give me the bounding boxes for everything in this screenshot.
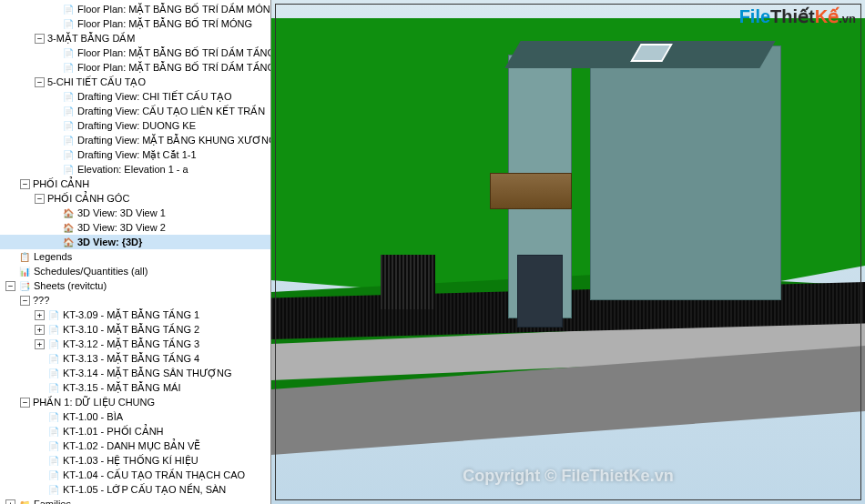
collapse-icon[interactable]: − [35,77,45,87]
tree-node-icon: 📄 [47,323,60,336]
tree-node-icon: 📄 [47,352,60,365]
tree-node-icon: 📁 [18,498,31,504]
sheet-item[interactable]: 📄KT-1.05 - LỚP CẤU TẠO NỀN, SÀN [0,482,270,497]
tree-node-label: 3-MẶT BẰNG DẦM [47,33,136,45]
sheet-item[interactable]: 📄KT-1.00 - BÌA [0,409,270,424]
collapse-icon[interactable]: − [35,194,45,204]
sheet-item[interactable]: 📄KT-3.15 - MẶT BẰNG MÁI [0,380,270,395]
expand-icon[interactable]: + [35,339,45,349]
expand-icon[interactable]: + [35,325,45,335]
sheets-node[interactable]: −📑Sheets (revitctu) [0,278,270,293]
tree-node-label: Drafting View: Mặt Cắt 1-1 [77,149,197,161]
expander-spacer [49,121,59,131]
group-chi-tiet[interactable]: −5-CHI TIẾT CẤU TẠO [0,75,270,89]
drafting-view-item[interactable]: 📄Drafting View: CẤU TẠO LIÊN KẾT TRẦN [0,104,270,118]
tree-node-icon: 📄 [62,163,75,176]
tree-node-icon: 📊 [18,265,31,277]
elevation-item[interactable]: 📄Elevation: Elevation 1 - a [0,162,270,176]
3d-view-active[interactable]: 🏠3D View: {3D} [0,235,270,249]
collapse-icon[interactable]: − [20,296,30,306]
expand-icon[interactable]: + [35,310,45,320]
tree-node-icon: 📄 [47,425,60,438]
tree-node-icon: 📄 [62,17,75,30]
tree-node-icon: 🏠 [62,221,75,234]
collapse-icon[interactable]: − [20,398,30,408]
expander-spacer [49,19,59,29]
tree-node-icon: 📄 [47,367,60,379]
sheet-item[interactable]: +📄KT-3.12 - MẶT BẰNG TẦNG 3 [0,337,270,351]
project-browser[interactable]: 📄Floor Plan: MẶT BẰNG BỐ TRÍ DẦM MÓNG📄Fl… [0,0,271,504]
floor-plan-item[interactable]: 📄Floor Plan: MẶT BẰNG BỐ TRÍ DẦM TẦNG 1 [0,45,270,60]
collapse-icon[interactable]: − [20,179,30,189]
expander-spacer [49,106,59,116]
families-node[interactable]: +📁Families [0,497,270,504]
3d-viewport[interactable]: Copyright © FileThietKe.vn FileThiếtKế.v… [271,0,865,504]
drafting-view-item[interactable]: 📄Drafting View: CHI TIẾT CẤU TẠO [0,89,270,104]
sheet-item[interactable]: 📄KT-3.13 - MẶT BẰNG TẦNG 4 [0,351,270,366]
tree-node-label: ??? [33,295,49,306]
tree-node-icon: 📄 [62,134,75,146]
group-unknown[interactable]: −??? [0,293,270,307]
sheet-item[interactable]: +📄KT-3.09 - MẶT BẰNG TẦNG 1 [0,307,270,322]
floor-plan-item[interactable]: 📄Floor Plan: MẶT BẰNG BỐ TRÍ DẦM MÓNG [0,2,270,16]
tree-node-icon: 📄 [62,61,75,74]
floor-plan-item[interactable]: 📄Floor Plan: MẶT BẰNG BỐ TRÍ MÓNG [0,16,270,31]
expander-spacer [49,48,59,58]
expand-icon[interactable]: + [5,499,15,505]
3d-view-item[interactable]: 🏠3D View: 3D View 2 [0,220,270,235]
tree-node-label: PHẦN 1: DỮ LIỆU CHUNG [33,397,155,408]
sheet-item[interactable]: 📄KT-1.02 - DANH MỤC BẢN VẼ [0,438,270,453]
floor-plan-item[interactable]: 📄Floor Plan: MẶT BẰNG BỐ TRÍ DẦM TẦNG 2 [0,60,270,75]
balcony [490,173,572,209]
drafting-view-item[interactable]: 📄Drafting View: Mặt Cắt 1-1 [0,147,270,162]
sheet-item[interactable]: 📄KT-3.14 - MẶT BẰNG SÂN THƯỢNG [0,366,270,380]
tree-node-label: Legends [34,251,72,262]
tree-node-label: Floor Plan: MẶT BẰNG BỐ TRÍ DẦM MÓNG [77,4,271,15]
tree-node-label: KT-1.04 - CẤU TẠO TRẦN THẠCH CAO [63,469,245,481]
tree-node-icon: 📄 [62,148,75,161]
tree-node-icon: 📄 [47,439,60,452]
expander-spacer [49,63,59,73]
group-phoi-canh-goc[interactable]: −PHỐI CẢNH GÓC [0,191,270,206]
drafting-view-item[interactable]: 📄Drafting View: DUONG KE [0,118,270,133]
group-phoi-canh[interactable]: −PHỐI CẢNH [0,176,270,191]
tree-node-label: Drafting View: MẶT BẰNG KHUNG XƯƠNG [77,135,271,146]
tree-root: 📄Floor Plan: MẶT BẰNG BỐ TRÍ DẦM MÓNG📄Fl… [0,0,270,504]
expander-spacer [49,92,59,102]
drafting-view-item[interactable]: 📄Drafting View: MẶT BẰNG KHUNG XƯƠNG [0,133,270,147]
tree-node-label: Floor Plan: MẶT BẰNG BỐ TRÍ DẦM TẦNG 1 [77,47,271,59]
tree-node-label: Drafting View: DUONG KE [77,120,196,131]
sheet-item[interactable]: 📄KT-1.04 - CẤU TẠO TRẦN THẠCH CAO [0,468,270,482]
expander-spacer [49,237,59,247]
schedules-node[interactable]: 📊Schedules/Quantities (all) [0,264,270,278]
sheet-item[interactable]: 📄KT-1.01 - PHỐI CẢNH [0,424,270,438]
tree-node-label: Drafting View: CẤU TẠO LIÊN KẾT TRẦN [77,106,265,117]
3d-view-item[interactable]: 🏠3D View: 3D View 1 [0,206,270,220]
tree-node-icon: 📄 [62,105,75,117]
collapse-icon[interactable]: − [5,281,15,291]
tree-node-icon: 📄 [47,381,60,394]
building-model [435,36,781,328]
gate [381,255,435,309]
tree-node-icon: 📄 [47,483,60,496]
tree-node-label: Floor Plan: MẶT BẰNG BỐ TRÍ MÓNG [77,18,252,30]
expander-spacer [49,150,59,160]
tree-node-label: KT-3.14 - MẶT BẰNG SÂN THƯỢNG [63,368,232,379]
tree-node-label: KT-3.15 - MẶT BẰNG MÁI [63,382,181,394]
tree-node-icon: 📄 [62,46,75,59]
collapse-icon[interactable]: − [35,34,45,44]
group-mat-bang-dam[interactable]: −3-MẶT BẰNG DẦM [0,31,270,45]
group-du-lieu[interactable]: −PHẦN 1: DỮ LIỆU CHUNG [0,395,270,409]
expander-spacer [35,427,45,437]
tree-node-label: KT-1.03 - HỆ THỐNG KÍ HIỆU [63,455,198,467]
expander-spacer [5,267,15,277]
tree-node-icon: 📄 [47,308,60,321]
sheet-item[interactable]: +📄KT-3.10 - MẶT BẰNG TẦNG 2 [0,322,270,337]
legends-node[interactable]: 📋Legends [0,249,270,264]
tree-node-icon: 📄 [62,119,75,132]
tree-node-label: KT-3.13 - MẶT BẰNG TẦNG 4 [63,353,199,365]
tree-node-icon: 🏠 [62,236,75,248]
expander-spacer [35,470,45,480]
sheet-item[interactable]: 📄KT-1.03 - HỆ THỐNG KÍ HIỆU [0,453,270,468]
tree-node-label: 3D View: 3D View 1 [77,207,166,218]
